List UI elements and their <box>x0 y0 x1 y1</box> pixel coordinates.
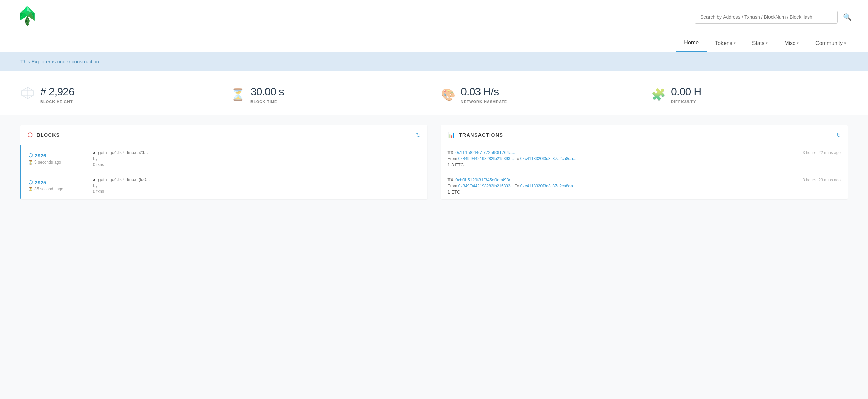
block-cube-icon: ⬡ <box>28 179 33 185</box>
stats-row: # 2,926 BLOCK HEIGHT ⏳ 30.00 s BLOCK TIM… <box>0 71 868 115</box>
nav-item-tokens[interactable]: Tokens ▾ <box>707 35 744 52</box>
chevron-down-icon: ▾ <box>797 41 799 45</box>
tx-hash-2[interactable]: 0xb0b5129f81f345e0dc493c... <box>455 177 515 182</box>
header-top: 🔍 <box>14 0 854 34</box>
block-time-value: 30.00 s <box>250 86 284 98</box>
stat-network-hashrate: 🎨 0.03 H/s NETWORK HASHRATE <box>441 86 637 104</box>
stat-block-time: ⏳ 30.00 s BLOCK TIME <box>231 86 427 104</box>
logo-area <box>14 3 41 31</box>
block-time-2925: ⏳ 35 seconds ago <box>28 187 83 191</box>
hashrate-label: NETWORK HASHRATE <box>461 99 507 104</box>
tx-to-addr-1[interactable]: 0xc4118320f3d3c37a2ca8da... <box>520 156 576 161</box>
block-height-label: BLOCK HEIGHT <box>40 99 74 104</box>
chevron-down-icon: ▾ <box>844 41 846 45</box>
tx-label-1: TX <box>448 150 454 155</box>
search-icon: 🔍 <box>843 13 852 21</box>
block-time-label: BLOCK TIME <box>250 99 284 104</box>
stat-divider-2 <box>434 84 434 105</box>
difficulty-label: DIFFICULTY <box>671 99 701 104</box>
tx-row1-2: TX 0xb0b5129f81f345e0dc493c... 3 hours, … <box>448 177 841 182</box>
transactions-refresh-button[interactable]: ↻ <box>836 132 841 138</box>
nav-item-misc[interactable]: Misc ▾ <box>776 35 807 52</box>
block-version-2926: go1.9.7 <box>110 150 124 155</box>
block-x-2926: x <box>93 150 95 155</box>
nav-label-home: Home <box>684 40 699 46</box>
tx-row2-2: From 0x849f9442198282fb215393... To 0xc4… <box>448 184 841 188</box>
tx-time-2: 3 hours, 23 mins ago <box>803 178 841 182</box>
block-time-ago: 5 seconds ago <box>34 160 61 165</box>
from-label-2: From <box>448 184 457 188</box>
cube-icon <box>20 86 35 103</box>
tx-amount-1: 1.3 ETC <box>448 162 841 167</box>
search-button[interactable]: 🔍 <box>840 12 854 22</box>
tx-from-addr-1[interactable]: 0x849f9442198282fb215393... <box>458 156 514 161</box>
transactions-panel: 📊 TRANSACTIONS ↻ TX 0x111a82f4c1772590f1… <box>441 125 848 199</box>
block-number-2926[interactable]: ⬡ 2926 <box>28 152 83 158</box>
difficulty-value: 0.00 H <box>671 86 701 98</box>
logo-icon <box>14 3 41 31</box>
block-x-2925: x <box>93 177 95 182</box>
block-by-2925: by <box>93 183 98 188</box>
stat-block-height: # 2,926 BLOCK HEIGHT <box>20 86 217 104</box>
banner-text: This Explorer is under construction <box>20 59 99 64</box>
transactions-title-label: TRANSACTIONS <box>459 132 503 138</box>
nav-bar: Home Tokens ▾ Stats ▾ Misc ▾ Community ▾ <box>14 34 854 52</box>
tx-from-addr-2[interactable]: 0x849f9442198282fb215393... <box>458 184 514 188</box>
stat-divider-3 <box>644 84 644 105</box>
block-txns-2925: 0 txns <box>93 189 421 194</box>
nav-item-community[interactable]: Community ▾ <box>807 35 854 52</box>
search-area: 🔍 <box>695 11 854 24</box>
chevron-down-icon: ▾ <box>734 41 736 45</box>
tx-to-addr-2[interactable]: 0xc4118320f3d3c37a2ca8da... <box>520 184 576 188</box>
block-height-value: # 2,926 <box>40 86 74 98</box>
chevron-down-icon: ▾ <box>766 41 768 45</box>
block-num-label: 2925 <box>35 180 46 185</box>
puzzle-icon: 🧩 <box>651 88 666 101</box>
block-num-label: 2926 <box>35 153 46 158</box>
tx-row2-1: From 0x849f9442198282fb215393... To 0xc4… <box>448 156 841 161</box>
main-content: ⬡ BLOCKS ↻ ⬡ 2926 ⏳ 5 seconds ago x g <box>0 115 868 210</box>
block-txns-2926: 0 txns <box>93 162 421 167</box>
nav-item-home[interactable]: Home <box>676 34 707 52</box>
construction-banner: This Explorer is under construction <box>0 52 868 71</box>
header: 🔍 Home Tokens ▾ Stats ▾ Misc ▾ Community… <box>0 0 868 52</box>
block-version-2925: go1.9.7 <box>110 177 124 182</box>
block-meta-2925: x geth go1.9.7 linux ·(lq0... by 0 txns <box>83 177 421 194</box>
block-time-2926: ⏳ 5 seconds ago <box>28 160 83 165</box>
block-time-ago: 35 seconds ago <box>34 187 63 191</box>
from-label-1: From <box>448 156 457 161</box>
tx-label-2: TX <box>448 177 454 182</box>
transactions-title-icon: 📊 <box>448 131 456 139</box>
block-item: ⬡ 2926 ⏳ 5 seconds ago x geth go1.9.7 li… <box>20 145 427 172</box>
nav-label-misc: Misc <box>784 40 795 46</box>
nav-item-stats[interactable]: Stats ▾ <box>744 35 776 52</box>
to-label-1: To <box>515 156 519 161</box>
hourglass-small-icon: ⏳ <box>28 187 33 191</box>
block-number-2925[interactable]: ⬡ 2925 <box>28 179 83 185</box>
block-item: ⬡ 2925 ⏳ 35 seconds ago x geth go1.9.7 l… <box>20 172 427 199</box>
blocks-refresh-button[interactable]: ↻ <box>416 132 421 138</box>
stat-difficulty: 🧩 0.00 H DIFFICULTY <box>651 86 848 104</box>
block-miner-2926: geth <box>98 150 107 155</box>
palette-icon: 🎨 <box>441 88 455 101</box>
blocks-title-icon: ⬡ <box>27 131 33 139</box>
block-left-2926: ⬡ 2926 ⏳ 5 seconds ago <box>28 152 83 165</box>
search-input[interactable] <box>695 11 838 24</box>
block-os-2926: linux 5©l... <box>127 150 148 155</box>
nav-label-community: Community <box>815 40 843 46</box>
tx-hash-1[interactable]: 0x111a82f4c1772590f1764a... <box>455 150 515 155</box>
block-meta-2926: x geth go1.9.7 linux 5©l... by 0 txns <box>83 150 421 167</box>
block-miner-2925: geth <box>98 177 107 182</box>
tx-time-1: 3 hours, 22 mins ago <box>803 150 841 155</box>
blocks-panel-title: ⬡ BLOCKS <box>27 131 60 139</box>
stat-divider-1 <box>224 84 224 105</box>
to-label-2: To <box>515 184 519 188</box>
hourglass-small-icon: ⏳ <box>28 160 33 165</box>
nav-label-tokens: Tokens <box>715 40 732 46</box>
tx-row1-1: TX 0x111a82f4c1772590f1764a... 3 hours, … <box>448 150 841 155</box>
blocks-title-label: BLOCKS <box>37 132 60 138</box>
tx-amount-2: 1 ETC <box>448 189 841 195</box>
nav-label-stats: Stats <box>752 40 764 46</box>
block-by-2926: by <box>93 156 98 161</box>
block-os-2925: linux ·(lq0... <box>127 177 150 182</box>
